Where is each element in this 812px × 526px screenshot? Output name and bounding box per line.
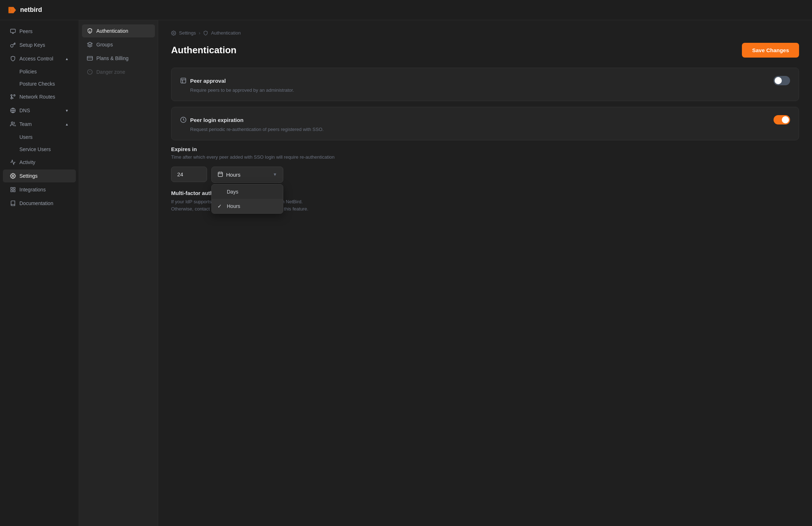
sidebar-item-peers[interactable]: Peers	[3, 25, 76, 38]
sidebar-item-posture-checks-label: Posture Checks	[19, 81, 55, 87]
breadcrumb-settings: Settings	[179, 30, 196, 36]
peer-approval-card: Peer approval Require peers to be approv…	[171, 68, 799, 101]
breadcrumb-current: Authentication	[211, 30, 240, 36]
sidebar-item-integrations[interactable]: Integrations	[3, 183, 76, 196]
sidebar-item-team[interactable]: Team ▲	[3, 118, 76, 131]
peer-login-expiration-icon	[180, 117, 187, 123]
peer-approval-toggle[interactable]	[774, 76, 790, 85]
svg-marker-20	[87, 42, 92, 45]
logo-text: netbird	[20, 6, 42, 14]
sidebar-item-policies-label: Policies	[19, 69, 37, 74]
chevron-up-icon: ▲	[65, 57, 69, 61]
svg-rect-14	[11, 187, 13, 189]
svg-rect-15	[13, 187, 15, 189]
shield-icon	[10, 56, 16, 62]
peer-login-expiration-title: Peer login expiration	[190, 117, 243, 123]
unit-option-days[interactable]: Days	[212, 185, 283, 199]
breadcrumb-auth-icon	[203, 31, 208, 36]
netbird-logo-icon	[7, 5, 17, 15]
peer-approval-toggle-thumb	[775, 77, 782, 84]
svg-rect-27	[181, 78, 186, 83]
middle-nav-plans-billing-label: Plans & Billing	[96, 55, 129, 61]
svg-point-12	[11, 122, 13, 124]
middle-nav-authentication-label: Authentication	[96, 28, 128, 34]
grid-icon	[10, 187, 16, 192]
peer-login-expiration-toggle[interactable]	[774, 115, 790, 124]
sidebar-item-posture-checks[interactable]: Posture Checks	[3, 78, 76, 90]
unit-dropdown-wrapper: Hours ▼ Days ✓ Hours	[211, 167, 283, 183]
sidebar-item-dns[interactable]: DNS ▼	[3, 104, 76, 117]
sidebar-item-settings-label: Settings	[19, 173, 38, 179]
sidebar-item-network-routes[interactable]: Network Routes	[3, 90, 76, 103]
svg-rect-29	[218, 172, 223, 176]
users-icon	[10, 121, 16, 127]
unit-option-hours-label: Hours	[227, 203, 240, 209]
breadcrumb: Settings › Authentication	[171, 30, 799, 36]
sidebar-item-users-label: Users	[19, 134, 33, 140]
page-header: Authentication Save Changes	[171, 43, 799, 58]
sidebar-item-documentation[interactable]: Documentation	[3, 197, 76, 210]
peer-approval-header: Peer approval	[180, 76, 790, 85]
svg-point-19	[90, 32, 90, 32]
expires-in-label: Expires in	[171, 146, 799, 152]
save-changes-button[interactable]: Save Changes	[742, 43, 799, 58]
middle-nav-plans-billing[interactable]: Plans & Billing	[82, 52, 155, 65]
peer-login-expiration-desc: Request periodic re-authentication of pe…	[190, 127, 790, 132]
expires-in-controls: Hours ▼ Days ✓ Hours	[171, 167, 799, 183]
unit-option-days-label: Days	[227, 189, 238, 195]
sidebar-item-dns-label: DNS	[19, 108, 30, 113]
sidebar-item-users[interactable]: Users	[3, 131, 76, 143]
topbar: netbird	[0, 0, 812, 20]
svg-point-8	[14, 95, 15, 96]
chevron-up-icon-team: ▲	[65, 122, 69, 126]
expires-in-desc: Time after which every peer added with S…	[171, 154, 799, 161]
sidebar-item-activity-label: Activity	[19, 159, 35, 165]
git-fork-icon	[10, 94, 16, 100]
logo: netbird	[7, 5, 42, 15]
monitor-icon	[10, 28, 16, 34]
unit-dropdown-button[interactable]: Hours ▼	[211, 167, 283, 183]
sidebar-item-settings[interactable]: Settings	[3, 169, 76, 182]
key-icon	[10, 42, 16, 48]
peer-approval-title-row: Peer approval	[180, 77, 226, 84]
settings-icon	[10, 173, 16, 179]
sidebar-item-peers-label: Peers	[19, 28, 33, 34]
middle-panel: Authentication Groups Plans & Billing Da…	[79, 20, 158, 526]
expires-in-input[interactable]	[171, 167, 207, 182]
breadcrumb-sep: ›	[199, 30, 200, 36]
sidebar-item-service-users[interactable]: Service Users	[3, 144, 76, 155]
sidebar-item-team-label: Team	[19, 121, 32, 127]
svg-point-5	[10, 45, 13, 47]
svg-point-13	[12, 175, 14, 177]
peer-login-expiration-title-row: Peer login expiration	[180, 117, 243, 123]
globe-icon	[10, 108, 16, 113]
sidebar-item-policies[interactable]: Policies	[3, 66, 76, 77]
svg-point-26	[173, 32, 174, 34]
alert-circle-icon	[87, 69, 93, 75]
peer-approval-desc: Require peers to be approved by an admin…	[190, 87, 790, 93]
middle-nav-groups-label: Groups	[96, 42, 113, 47]
sidebar: Peers Setup Keys Access Control ▲ Polici…	[0, 20, 79, 526]
svg-point-7	[11, 95, 12, 96]
sidebar-item-activity[interactable]: Activity	[3, 156, 76, 169]
middle-nav-authentication[interactable]: Authentication	[82, 24, 155, 37]
svg-rect-2	[10, 29, 15, 32]
calendar-icon	[217, 171, 223, 178]
unit-option-hours[interactable]: ✓ Hours	[212, 199, 283, 213]
sidebar-item-setup-keys[interactable]: Setup Keys	[3, 38, 76, 51]
page-title: Authentication	[171, 45, 237, 56]
expires-in-section: Expires in Time after which every peer a…	[171, 146, 799, 183]
peer-login-expiration-card: Peer login expiration Request periodic r…	[171, 107, 799, 140]
unit-dropdown-selected: Hours	[226, 172, 240, 178]
sidebar-item-access-control-label: Access Control	[19, 56, 53, 62]
peer-login-expiration-toggle-thumb	[782, 116, 789, 123]
peer-login-expiration-header: Peer login expiration	[180, 115, 790, 124]
middle-nav-danger-zone: Danger zone	[82, 65, 155, 78]
middle-nav-groups[interactable]: Groups	[82, 38, 155, 51]
shield-lock-icon	[87, 28, 93, 34]
svg-rect-21	[87, 56, 93, 60]
sidebar-item-documentation-label: Documentation	[19, 200, 53, 206]
svg-rect-17	[11, 190, 13, 192]
hours-check-icon: ✓	[217, 203, 223, 209]
sidebar-item-access-control[interactable]: Access Control ▲	[3, 52, 76, 65]
